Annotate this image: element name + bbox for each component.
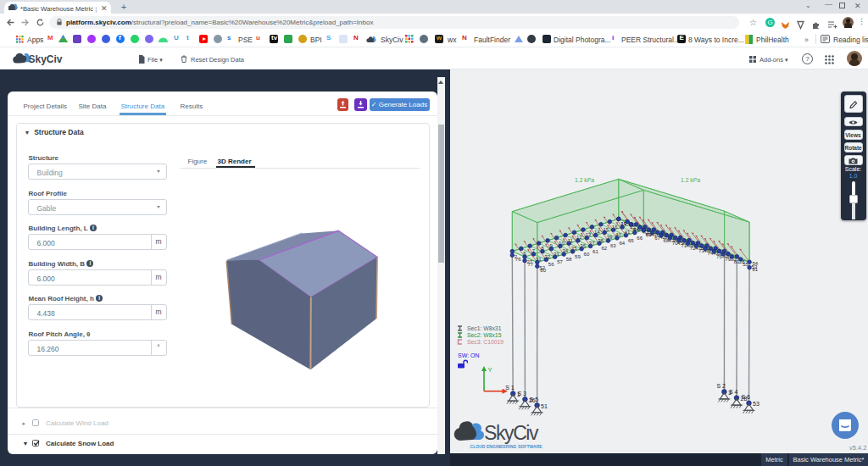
svg-text:S 3: S 3: [517, 391, 526, 397]
svg-text:53: 53: [753, 401, 760, 407]
svg-text:1.2 kPa: 1.2 kPa: [681, 177, 700, 183]
svg-text:61: 61: [593, 249, 598, 254]
svg-text:SkyCiv: SkyCiv: [484, 422, 539, 444]
svg-text:80: 80: [540, 268, 546, 273]
svg-text:S 6: S 6: [742, 394, 751, 400]
svg-text:60: 60: [584, 252, 590, 257]
svg-text:Sec2: W8x15: Sec2: W8x15: [467, 332, 502, 338]
svg-text:S 4: S 4: [729, 389, 738, 395]
svg-text:S 1: S 1: [505, 385, 515, 391]
svg-text:S 5: S 5: [530, 397, 539, 402]
svg-text:58: 58: [566, 257, 572, 262]
svg-text:SkyCiv: SkyCiv: [29, 53, 63, 65]
svg-text:65: 65: [628, 238, 634, 243]
svg-text:56: 56: [548, 262, 554, 267]
svg-text:62: 62: [602, 246, 608, 251]
svg-text:Sec3: C10019: Sec3: C10019: [467, 339, 504, 345]
svg-text:63: 63: [610, 243, 616, 248]
svg-text:57: 57: [557, 259, 563, 264]
svg-text:54: 54: [753, 261, 759, 266]
svg-text:81: 81: [753, 267, 759, 272]
svg-text:1.2 kPa: 1.2 kPa: [575, 177, 594, 183]
svg-text:v5.4.2: v5.4.2: [849, 444, 866, 452]
svg-text:S 2: S 2: [716, 383, 726, 389]
svg-text:64: 64: [619, 241, 625, 246]
svg-text:76: 76: [515, 257, 521, 262]
svg-text:66: 66: [637, 236, 643, 241]
svg-text:59: 59: [575, 254, 581, 259]
svg-text:77: 77: [528, 262, 534, 267]
svg-text:CLOUD ENGINEERING SOFTWARE: CLOUD ENGINEERING SOFTWARE: [470, 444, 543, 449]
svg-text:SW: ON: SW: ON: [458, 352, 480, 358]
svg-text:51: 51: [541, 403, 548, 409]
svg-text:Y: Y: [488, 366, 492, 374]
svg-text:Sec1: W8x31: Sec1: W8x31: [467, 325, 502, 331]
